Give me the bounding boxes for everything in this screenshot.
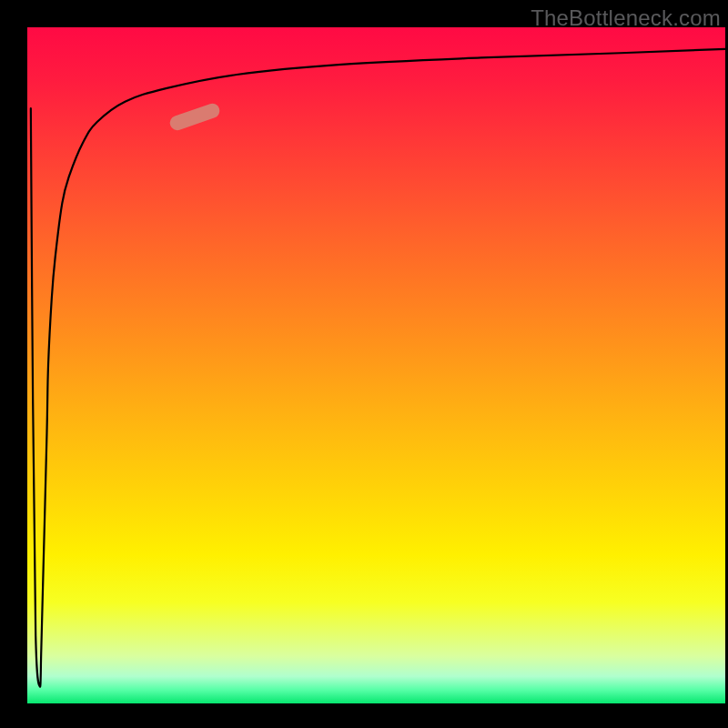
chart-container: TheBottleneck.com [0, 0, 728, 728]
watermark-text: TheBottleneck.com [531, 5, 721, 31]
plot-gradient-background [27, 27, 725, 703]
